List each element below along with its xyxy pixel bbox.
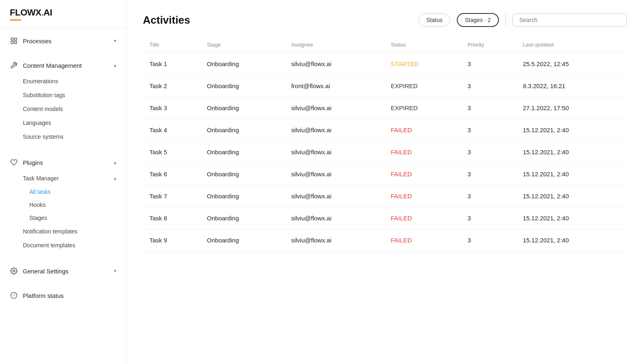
logo-area: FLOWX.AI [0,0,126,29]
sidebar-item-stages[interactable]: Stages [0,211,126,224]
task-manager-label: Task Manager [23,175,59,182]
cell-stage: Onboarding [200,53,285,75]
enumerations-label: Enumerations [23,78,58,84]
plugins-chevron-icon: ▴ [114,160,116,165]
table-row[interactable]: Task 6 Onboarding silviu@flowx.ai FAILED… [143,163,627,185]
cell-last-updated: 15.12.2021, 2:40 [516,163,627,185]
table-row[interactable]: Task 8 Onboarding silviu@flowx.ai FAILED… [143,207,627,229]
table-row[interactable]: Task 4 Onboarding silviu@flowx.ai FAILED… [143,119,627,141]
substitution-tags-label: Substitution tags [23,92,65,98]
svg-point-4 [13,270,15,272]
wrench-icon [10,61,18,69]
main-inner: Activities Status Stages · 2 Title Stage… [127,0,643,364]
nav-platform-status-section: Platform status [0,283,126,308]
col-status: Status [384,37,461,53]
sidebar-item-enumerations[interactable]: Enumerations [0,74,126,88]
nav-content-management-section: Content Management ▴ Enumerations Substi… [0,53,126,150]
cell-priority: 3 [461,119,516,141]
cell-stage: Onboarding [200,207,285,229]
cell-stage: Onboarding [200,229,285,251]
table-header: Title Stage Assignee Status Priority Las… [143,37,627,53]
page-header: Activities Status Stages · 2 [143,13,627,27]
cell-status: FAILED [384,207,461,229]
nav-general-settings-section: General Settings ▾ [0,259,126,283]
cell-stage: Onboarding [200,185,285,207]
cell-assignee: silviu@flowx.ai [285,229,384,251]
table-row[interactable]: Task 3 Onboarding silviu@flowx.ai EXPIRE… [143,97,627,119]
nav-label-plugins: Plugins [23,159,43,166]
col-title: Title [143,37,200,53]
plugin-icon [10,158,18,166]
sidebar-item-substitution-tags[interactable]: Substitution tags [0,88,126,102]
table-row[interactable]: Task 5 Onboarding silviu@flowx.ai FAILED… [143,141,627,163]
cell-title: Task 4 [143,119,200,141]
logo-text: FLOWX.AI [10,7,52,18]
general-settings-chevron-icon: ▾ [114,268,116,274]
cell-title: Task 6 [143,163,200,185]
cell-assignee: silviu@flowx.ai [285,53,384,75]
content-models-label: Content models [23,106,63,112]
activities-table-container: Title Stage Assignee Status Priority Las… [143,37,627,251]
source-systems-label: Source systems [23,133,64,140]
sidebar-item-all-tasks[interactable]: All tasks [0,185,126,198]
nav-plugins-section: Plugins ▴ Task Manager ▴ All tasks Hooks… [0,150,126,259]
sidebar-item-document-templates[interactable]: Document templates [0,238,126,252]
nav-label-general-settings: General Settings [23,268,69,275]
cell-last-updated: 15.12.2021, 2:40 [516,229,627,251]
logo-bar [10,19,21,21]
nav-item-platform-status[interactable]: Platform status [0,286,126,304]
nav-label-platform-status: Platform status [23,292,64,299]
cell-stage: Onboarding [200,119,285,141]
status-filter-button[interactable]: Status [418,13,450,27]
sidebar-item-notification-templates[interactable]: Notification templates [0,224,126,238]
cell-priority: 3 [461,163,516,185]
col-assignee: Assignee [285,37,384,53]
cell-last-updated: 15.12.2021, 2:40 [516,185,627,207]
cell-assignee: silviu@flowx.ai [285,119,384,141]
col-priority: Priority [461,37,516,53]
cell-last-updated: 15.12.2021, 2:40 [516,207,627,229]
cell-stage: Onboarding [200,97,285,119]
task-manager-subnav: All tasks Hooks Stages [0,185,126,224]
cell-status: EXPIRED [384,97,461,119]
sidebar-item-languages[interactable]: Languages [0,116,126,130]
nav-item-processes[interactable]: Processes ▾ [0,32,126,50]
content-management-subnav: Enumerations Substitution tags Content m… [0,74,126,147]
svg-rect-1 [15,38,17,40]
sidebar-item-content-models[interactable]: Content models [0,102,126,116]
cell-assignee: silviu@flowx.ai [285,163,384,185]
cell-priority: 3 [461,185,516,207]
cell-status: FAILED [384,141,461,163]
filter-divider [505,14,506,26]
nav-item-general-settings[interactable]: General Settings ▾ [0,262,126,280]
cell-title: Task 1 [143,53,200,75]
cell-assignee: silviu@flowx.ai [285,141,384,163]
page-title: Activities [143,14,412,27]
hooks-label: Hooks [29,202,46,208]
col-last-updated: Last updated [516,37,627,53]
svg-rect-0 [11,38,13,40]
table-row[interactable]: Task 7 Onboarding silviu@flowx.ai FAILED… [143,185,627,207]
cell-assignee: silviu@flowx.ai [285,97,384,119]
cell-priority: 3 [461,207,516,229]
search-input[interactable] [512,13,627,27]
plugins-subnav: Task Manager ▴ All tasks Hooks Stages No… [0,171,126,255]
cell-stage: Onboarding [200,141,285,163]
table-row[interactable]: Task 2 Onboarding front@flowx.ai EXPIRED… [143,75,627,97]
table-row[interactable]: Task 9 Onboarding silviu@flowx.ai FAILED… [143,229,627,251]
nav-item-plugins[interactable]: Plugins ▴ [0,153,126,171]
cell-last-updated: 8.3.2022, 16:21 [516,75,627,97]
table-row[interactable]: Task 1 Onboarding silviu@flowx.ai STARTE… [143,53,627,75]
main-content: Activities Status Stages · 2 Title Stage… [127,0,643,364]
cell-title: Task 9 [143,229,200,251]
cell-last-updated: 15.12.2021, 2:40 [516,141,627,163]
stages-filter-button[interactable]: Stages · 2 [457,13,499,27]
sidebar-item-task-manager[interactable]: Task Manager ▴ [0,171,126,185]
sidebar-item-hooks[interactable]: Hooks [0,198,126,211]
nav-item-content-management[interactable]: Content Management ▴ [0,56,126,74]
cell-stage: Onboarding [200,75,285,97]
table-body: Task 1 Onboarding silviu@flowx.ai STARTE… [143,53,627,251]
task-manager-chevron-icon: ▴ [114,175,116,181]
info-icon [10,291,18,300]
sidebar-item-source-systems[interactable]: Source systems [0,130,126,144]
